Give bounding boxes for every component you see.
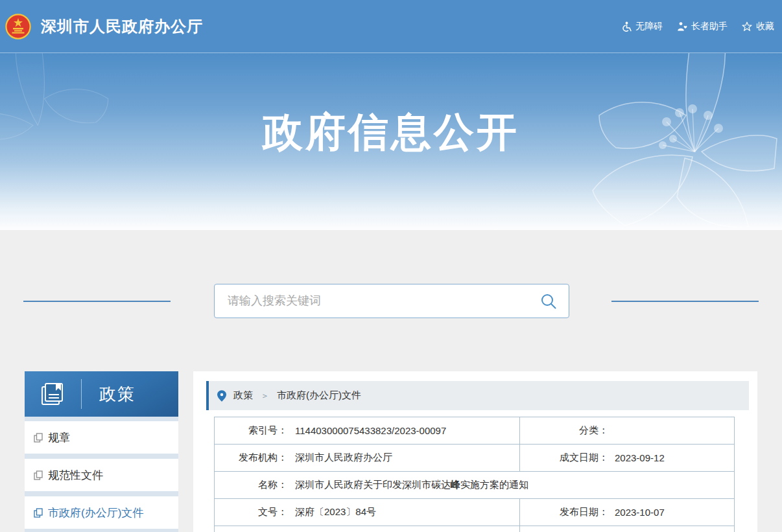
sidebar-item-label: 市政府(办公厅)文件 — [48, 505, 143, 520]
document-name-part2: 实施方案的通知 — [460, 479, 528, 490]
search-input[interactable] — [215, 294, 540, 308]
table-row-partial — [215, 526, 734, 532]
accessibility-icon — [621, 21, 632, 32]
table-row: 索引号： 114403000075433823/2023-00097 分类： — [215, 417, 734, 445]
breadcrumb: 政策 ＞ 市政府(办公厅)文件 — [206, 381, 749, 410]
date-written-value: 2023-09-12 — [615, 452, 665, 463]
search-box — [214, 284, 569, 318]
document-name-part1: 深圳市人民政府关于印发深圳市碳达 — [295, 479, 451, 490]
document-icon — [34, 433, 43, 443]
favorite-link[interactable]: 收藏 — [742, 21, 774, 32]
document-name-cell: 名称： 深圳市人民政府关于印发深圳市碳达峰实施方案的通知 — [215, 472, 734, 498]
date-published-label: 发布日期： — [520, 506, 608, 518]
content-area: 政策 规章 规范性文件 市政府(办公厅)文件 — [0, 371, 782, 532]
document-metadata-table: 索引号： 114403000075433823/2023-00097 分类： 发… — [214, 417, 735, 532]
index-number-label: 索引号： — [215, 424, 287, 437]
top-bar: 深圳市人民政府办公厅 无障碍 长者助手 收藏 — [0, 0, 782, 53]
accessibility-link[interactable]: 无障碍 — [621, 21, 663, 32]
main-panel: 政策 ＞ 市政府(办公厅)文件 索引号： 114403000075433823/… — [193, 371, 757, 532]
elder-assist-icon — [677, 21, 687, 32]
page-title: 政府信息公开 — [0, 53, 782, 159]
location-pin-icon — [217, 390, 226, 402]
issuing-agency-label: 发布机构： — [215, 452, 287, 464]
issuing-agency-value: 深圳市人民政府办公厅 — [295, 452, 392, 464]
page-banner: 政府信息公开 — [0, 53, 782, 230]
date-written-cell: 成文日期： 2023-09-12 — [519, 445, 734, 471]
sidebar-item-regulations[interactable]: 规章 — [25, 421, 178, 454]
sidebar-header-label: 政策 — [99, 383, 136, 406]
table-row: 文号： 深府〔2023〕84号 发布日期： 2023-10-07 — [215, 499, 734, 526]
star-icon — [742, 21, 752, 32]
date-published-value: 2023-10-07 — [615, 507, 665, 518]
table-row: 名称： 深圳市人民政府关于印发深圳市碳达峰实施方案的通知 — [215, 472, 734, 499]
partial-cell — [519, 526, 734, 532]
book-icon — [39, 380, 66, 408]
site-title: 深圳市人民政府办公厅 — [41, 16, 203, 37]
index-number-cell: 索引号： 114403000075433823/2023-00097 — [215, 417, 519, 444]
accessibility-label: 无障碍 — [635, 21, 663, 32]
elder-assist-label: 长者助手 — [691, 21, 728, 32]
partial-cell — [215, 526, 519, 532]
national-emblem-logo — [5, 14, 31, 40]
document-name-value: 深圳市人民政府关于印发深圳市碳达峰实施方案的通知 — [295, 479, 528, 491]
sidebar-item-normative-documents[interactable]: 规范性文件 — [25, 459, 178, 491]
document-icon — [34, 470, 43, 480]
document-name-highlighted-keyword: 峰 — [451, 479, 460, 490]
search-icon — [540, 293, 557, 310]
breadcrumb-separator: ＞ — [261, 390, 269, 402]
elder-assist-link[interactable]: 长者助手 — [677, 21, 728, 32]
index-number-value: 114403000075433823/2023-00097 — [295, 425, 446, 436]
search-section — [0, 230, 782, 371]
category-label: 分类： — [520, 424, 608, 437]
sidebar-header-divider — [81, 379, 82, 409]
search-button[interactable] — [540, 293, 569, 310]
document-number-value: 深府〔2023〕84号 — [295, 506, 376, 518]
document-number-label: 文号： — [215, 506, 287, 518]
sidebar-menu: 规章 规范性文件 市政府(办公厅)文件 — [25, 417, 178, 532]
sidebar-item-municipal-government-documents[interactable]: 市政府(办公厅)文件 — [25, 496, 178, 529]
breadcrumb-item-policy[interactable]: 政策 — [233, 389, 253, 402]
sidebar-item-label: 规章 — [48, 430, 70, 445]
breadcrumb-item-current[interactable]: 市政府(办公厅)文件 — [277, 389, 361, 402]
document-icon — [34, 508, 43, 518]
table-row: 发布机构： 深圳市人民政府办公厅 成文日期： 2023-09-12 — [215, 445, 734, 472]
sidebar-item-label: 规范性文件 — [48, 468, 103, 483]
category-cell: 分类： — [519, 417, 734, 444]
favorite-label: 收藏 — [756, 21, 774, 32]
top-links: 无障碍 长者助手 收藏 — [621, 21, 774, 32]
sidebar-header: 政策 — [25, 371, 178, 417]
date-published-cell: 发布日期： 2023-10-07 — [519, 499, 734, 526]
document-name-label: 名称： — [215, 479, 287, 491]
right-decorative-line — [611, 301, 759, 302]
date-written-label: 成文日期： — [520, 452, 608, 464]
policy-sidebar: 政策 规章 规范性文件 市政府(办公厅)文件 — [25, 371, 178, 532]
document-number-cell: 文号： 深府〔2023〕84号 — [215, 499, 519, 526]
left-decorative-line — [23, 301, 171, 302]
issuing-agency-cell: 发布机构： 深圳市人民政府办公厅 — [215, 445, 519, 471]
